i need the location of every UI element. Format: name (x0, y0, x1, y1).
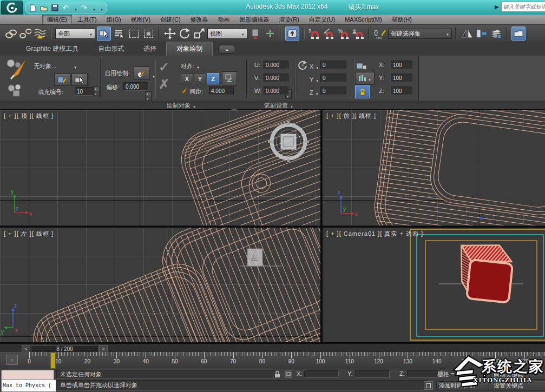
offset-spinner[interactable] (145, 91, 152, 101)
new-file-icon[interactable] (29, 4, 37, 12)
coord-y-field[interactable] (355, 370, 390, 378)
fill-number-spinner[interactable] (93, 87, 100, 96)
viewport-label-top[interactable]: [ + ][ 顶 ][ 线框 ] (4, 112, 54, 120)
align-to-normal-button[interactable] (222, 71, 237, 85)
axis-z-button[interactable]: Z (207, 73, 219, 84)
previous-frame-button[interactable]: < (22, 345, 30, 353)
viewport-camera[interactable]: [ + ][ Camera01 ][ 真实 + 边面 ] (323, 228, 545, 342)
absolute-mode-transform-icon[interactable] (285, 370, 293, 378)
use-pivot-point-center-icon[interactable] (249, 27, 262, 40)
menu-item[interactable]: 创建(C) (156, 15, 185, 24)
menu-item[interactable]: MAXScript(M) (340, 16, 386, 23)
ribbon-tab[interactable]: Graphite 建模工具 (16, 42, 88, 56)
menu-item[interactable]: 自定义(U) (305, 15, 339, 24)
menu-item[interactable]: 修改器 (186, 15, 213, 24)
undo-caret-icon[interactable] (72, 3, 77, 13)
ribbon-tab[interactable]: 自由形式 (88, 42, 134, 56)
rotate-x-dropdown[interactable]: X (310, 62, 319, 71)
menu-item[interactable]: 编辑(E) (42, 15, 72, 25)
select-and-manipulate-icon[interactable] (264, 27, 277, 40)
undo-icon[interactable]: ↶ (61, 4, 70, 12)
select-and-rotate-icon[interactable] (178, 27, 191, 40)
open-file-icon[interactable] (40, 4, 48, 12)
application-button[interactable] (1, 1, 23, 15)
angle-snap-toggle-icon[interactable] (323, 27, 336, 40)
ribbon-tab[interactable]: 对象绘制 (166, 42, 213, 56)
paint-fill-icon[interactable] (6, 83, 25, 99)
time-slider-marker[interactable] (50, 353, 56, 369)
layer-manager-icon[interactable] (490, 27, 503, 40)
ribbon-minimize-button[interactable]: ▲ (218, 45, 235, 54)
menu-item[interactable]: 动画 (214, 15, 234, 24)
mini-curve-editor-button[interactable]: ↕ (6, 355, 18, 365)
edit-object-list-button[interactable] (54, 74, 70, 86)
track-bar[interactable]: ↕ 01020304050607080901001101201301401501… (0, 352, 545, 369)
mirror-icon[interactable] (461, 27, 474, 40)
spinner-snap-toggle-icon[interactable] (352, 27, 365, 40)
paint-objects-panel-title[interactable]: 绘制对象 (167, 102, 196, 110)
maxscript-mini-listener[interactable]: Max to Physcs ( (1, 380, 56, 392)
select-object-button[interactable] (97, 26, 111, 41)
menu-item[interactable]: 工具(T) (73, 15, 101, 24)
select-by-name-icon[interactable] (113, 27, 126, 40)
next-frame-button[interactable]: > (99, 345, 108, 353)
snaps-toggle-3d-icon[interactable]: 3 (308, 27, 321, 40)
offset-field[interactable]: 0.000 (123, 82, 148, 91)
menu-item[interactable]: 渲染(R) (275, 15, 304, 24)
viewport-left[interactable]: 左 z y x [ + ][ 左 ][ 线框 ] (0, 228, 320, 342)
scale-y-field[interactable]: 100 (391, 74, 412, 82)
pick-object-button[interactable] (71, 74, 88, 86)
viewport-front[interactable]: z x y [ + ][ 前 ][ 线框 ] (323, 110, 545, 225)
align-icon[interactable] (475, 27, 488, 40)
rotate-y-dropdown[interactable]: Y (310, 75, 319, 84)
menu-item[interactable]: 视图(V) (127, 15, 155, 24)
edit-named-selection-sets-icon[interactable]: {}ABC (373, 27, 386, 40)
axis-x-button[interactable]: X (181, 73, 193, 84)
viewport-label-front[interactable]: [ + ][ 前 ][ 线框 ] (326, 112, 376, 120)
named-selection-set-dropdown[interactable]: 创建选择集 (388, 29, 452, 39)
fill-number-field[interactable]: 10 (75, 87, 95, 96)
coord-x-field[interactable] (304, 370, 339, 378)
selection-lock-icon[interactable] (274, 370, 281, 378)
keyboard-shortcut-override-toggle[interactable] (285, 26, 299, 41)
unlink-selection-icon[interactable] (19, 27, 32, 40)
graphite-ribbon-toggle[interactable] (511, 26, 526, 41)
menu-item[interactable]: 组(G) (102, 15, 126, 24)
spacing-field[interactable]: 4.000 (209, 87, 234, 95)
percent-snap-toggle-icon[interactable]: % (337, 27, 350, 40)
ribbon-tab[interactable]: 选择 (134, 42, 166, 56)
redo-icon[interactable]: ↷ (80, 4, 88, 12)
scale-x-field[interactable]: 100 (391, 61, 412, 69)
select-and-link-icon[interactable] (4, 27, 17, 40)
coord-z-field[interactable] (407, 370, 439, 378)
enable-paint-button[interactable] (134, 67, 149, 79)
auto-key-button[interactable]: 自动关键点 (489, 370, 545, 380)
bind-to-space-warp-icon[interactable] (34, 27, 47, 40)
brush-settings-panel-title[interactable]: 笔刷设置 (264, 102, 293, 110)
isolate-selection-toggle[interactable] (424, 381, 433, 390)
commit-check-icon[interactable]: ✓ (159, 61, 169, 73)
qat-options-caret-icon[interactable] (98, 3, 103, 13)
window-crossing-toggle-icon[interactable] (142, 27, 155, 40)
paint-objects-icon[interactable] (4, 58, 28, 83)
select-and-scale-icon[interactable] (193, 27, 206, 40)
w-field[interactable]: 0.000 (264, 87, 288, 95)
menu-item[interactable]: 图形编辑器 (235, 15, 274, 24)
viewport-label-left[interactable]: [ + ][ 左 ][ 线框 ] (4, 230, 54, 238)
menu-item[interactable]: 帮助(H) (388, 15, 416, 24)
reference-coordinate-dropdown[interactable]: 视图 (207, 29, 247, 39)
lock-scale-button[interactable] (355, 85, 370, 98)
select-and-move-icon[interactable] (163, 27, 176, 40)
maxscript-listener-macro[interactable] (1, 370, 54, 380)
viewport-label-camera[interactable]: [ + ][ Camera01 ][ 真实 + 边面 ] (326, 230, 423, 238)
scale-z-field[interactable]: 100 (391, 87, 412, 95)
cancel-cross-icon[interactable]: ✗ (159, 78, 169, 90)
rotate-z-dropdown[interactable]: Z (310, 88, 319, 97)
search-input[interactable] (501, 2, 545, 12)
u-field[interactable]: 0.000 (264, 61, 288, 69)
selection-filter-dropdown[interactable]: 全部 (55, 29, 95, 39)
viewport-top[interactable]: y x z [ + ][ 顶 ][ 线框 ] (0, 110, 320, 225)
paint-object-dropdown[interactable]: 无对象... (34, 61, 77, 71)
redo-caret-icon[interactable] (90, 3, 96, 13)
add-time-tag-button[interactable]: 添加时间标记 (436, 381, 491, 390)
